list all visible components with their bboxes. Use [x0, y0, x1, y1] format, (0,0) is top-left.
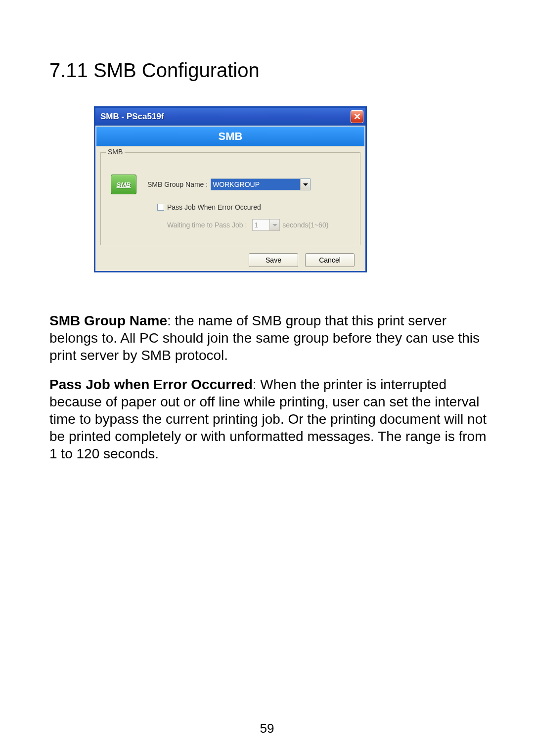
close-icon: ✕	[354, 112, 361, 121]
para1-bold: SMB Group Name	[49, 313, 167, 328]
para2-bold: Pass Job when Error Occurred	[49, 377, 253, 392]
waiting-time-input	[253, 220, 269, 230]
chevron-down-icon	[303, 183, 308, 186]
cancel-button[interactable]: Cancel	[305, 253, 355, 267]
waiting-time-suffix: seconds(1~60)	[282, 221, 328, 229]
group-name-combobox[interactable]	[211, 178, 311, 190]
group-name-dropdown-button[interactable]	[300, 179, 310, 190]
dialog-screenshot: SMB - PSca519f ✕ SMB SMB SMB SMB Group N…	[94, 106, 490, 272]
pass-job-checkbox[interactable]	[157, 204, 164, 211]
pass-job-label: Pass Job When Error Occured	[167, 203, 261, 211]
chevron-down-icon	[272, 224, 277, 226]
save-button[interactable]: Save	[249, 253, 298, 267]
paragraph-smb-group-name: SMB Group Name: the name of SMB group th…	[49, 312, 490, 364]
section-heading: 7.11 SMB Configuration	[49, 59, 490, 82]
paragraph-pass-job: Pass Job when Error Occurred: When the p…	[49, 376, 490, 462]
dialog-banner: SMB	[96, 127, 364, 146]
page-number: 59	[0, 721, 534, 736]
group-name-label: SMB Group Name :	[147, 180, 208, 188]
pass-job-row: Pass Job When Error Occured	[157, 203, 353, 211]
fieldset-legend: SMB	[106, 148, 125, 156]
waiting-time-dropdown-button	[269, 220, 279, 230]
smb-dialog: SMB - PSca519f ✕ SMB SMB SMB SMB Group N…	[94, 106, 367, 272]
group-name-input[interactable]	[211, 179, 300, 190]
window-title: SMB - PSca519f	[100, 112, 164, 122]
close-button[interactable]: ✕	[351, 110, 363, 123]
button-row: Save Cancel	[100, 253, 360, 267]
titlebar: SMB - PSca519f ✕	[95, 108, 365, 126]
smb-fieldset: SMB SMB SMB Group Name : Pass	[100, 152, 360, 245]
group-name-row: SMB Group Name :	[147, 178, 353, 190]
smb-icon: SMB	[111, 175, 136, 194]
waiting-time-label: Waiting time to Pass Job :	[167, 221, 247, 229]
waiting-time-combobox	[252, 219, 280, 231]
waiting-time-row: Waiting time to Pass Job : seconds(1~60)	[167, 219, 353, 231]
